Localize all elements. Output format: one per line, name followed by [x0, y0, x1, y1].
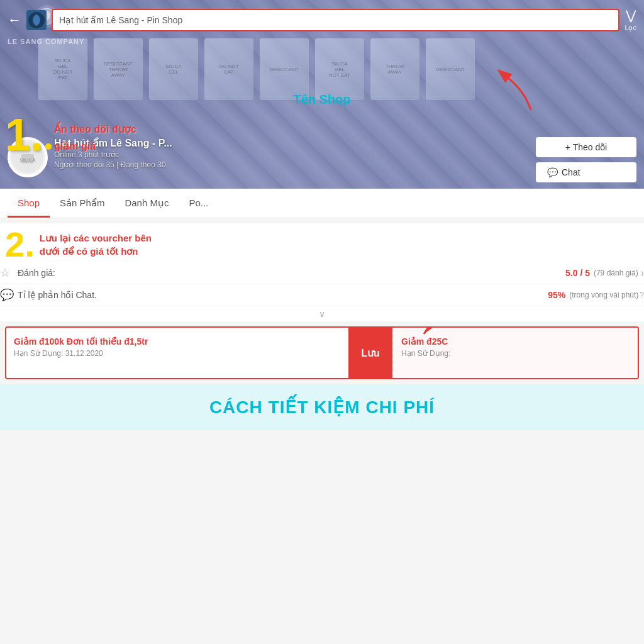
search-placeholder: Hạt hút ẩm Lê Sang - Pin Shop [59, 15, 182, 25]
tab-danh-muc[interactable]: Danh Mục [114, 189, 179, 218]
packet-5: DESICCANT [259, 38, 309, 101]
chat-icon: 💬 [547, 167, 558, 177]
tab-san-pham[interactable]: Sản Phẩm [50, 189, 114, 218]
packet-8: DESICCANT [425, 38, 475, 101]
app-container: ⌂ 🔒 shopee.vn/truongminhnh 3 ⋮ SILICAGEL… [0, 0, 644, 609]
voucher-save-button[interactable]: Lưu [348, 328, 392, 378]
chat-stat-icon: 💬 [0, 288, 18, 302]
help-icon: ? [640, 291, 644, 299]
packet-6: SILICAGELNOT EAT [314, 38, 365, 101]
nav-tabs: Shop Sản Phẩm Danh Mục Po... [0, 189, 644, 218]
rating-stat-row: ☆ Đánh giá: 5.0 / 5 (79 đánh giá) › [0, 262, 644, 284]
step2-text-block: Lưu lại các vourcher bên dưới để có giá … [40, 231, 152, 258]
expand-stats-button[interactable]: ∨ [0, 306, 644, 321]
voucher-arrow-svg [399, 326, 462, 340]
rating-label: Đánh giá: [18, 268, 565, 278]
tab-shop[interactable]: Shop [8, 189, 50, 218]
voucher-main: Giảm đ100k Đơn tối thiểu đ1,5tr Hạn Sử D… [6, 328, 348, 378]
packet-3: SILICAGEL [148, 38, 199, 101]
rating-value: 5.0 / 5 [565, 268, 590, 278]
chat-stat-label: Tỉ lệ phản hồi Chat. [18, 290, 548, 300]
packet-4: DO NOTEAT [204, 38, 254, 101]
step1-dot [45, 143, 52, 150]
back-button[interactable]: ← [8, 12, 21, 28]
filter-icon: ⋁ [626, 8, 636, 23]
chat-value: 95% [548, 290, 565, 300]
voucher1-title: Giảm đ100k Đơn tối thiểu đ1,5tr [14, 336, 341, 347]
packet-2: DESICCANTTHROWAWAY [93, 38, 143, 101]
stats-section: 2. Lưu lại các vourcher bên dưới để có g… [0, 223, 644, 321]
voucher1-expiry: Hạn Sử Dụng: 31.12.2020 [14, 349, 341, 358]
follow-button[interactable]: + Theo dõi [536, 137, 636, 157]
shop-search-input[interactable]: Hạt hút ẩm Lê Sang - Pin Shop [52, 9, 619, 31]
tab-danh-muc-label: Danh Mục [125, 197, 169, 208]
rating-arrow[interactable]: › [641, 267, 644, 279]
tab-san-pham-label: Sản Phẩm [60, 197, 104, 208]
shop-followers: Người theo dõi 35 | Đang theo 30 [54, 160, 530, 169]
rating-count: (79 đánh giá) [594, 269, 638, 277]
page-content: SILICAGELDO NOTEAT DESICCANTTHROWAWAY SI… [0, 0, 644, 609]
step2-text-2: dưới để có giá tốt hơn [40, 245, 152, 258]
voucher2-expiry: Hạn Sử Dụng: [401, 349, 630, 358]
chat-stat-row: 💬 Tỉ lệ phản hồi Chat. 95% (trong vòng v… [0, 284, 644, 306]
step2-text-1: Lưu lại các vourcher bên [40, 231, 152, 245]
shop-searchbar: ← Hạt hút ẩm Lê Sang - Pin Shop ⋁ Lọc [0, 8, 644, 32]
packet-1: SILICAGELDO NOTEAT [38, 38, 88, 101]
step1-number: 1. [5, 112, 43, 157]
step2-annotation: 2. Lưu lại các vourcher bên dưới để có g… [0, 223, 644, 262]
ten-shop-label: Tên Shop [293, 92, 350, 107]
tab-shop-label: Shop [18, 197, 40, 208]
tab-po-label: Po... [189, 197, 208, 208]
shop-logo-svg [28, 11, 45, 29]
step1-annotation: 1. Ấn theo dõi được giảm giá [5, 112, 136, 157]
filter-label: Lọc [625, 24, 636, 32]
tab-po[interactable]: Po... [179, 189, 218, 218]
shop-banner: SILICAGELDO NOTEAT DESICCANTTHROWAWAY SI… [0, 0, 644, 189]
filter-button[interactable]: ⋁ Lọc [625, 8, 636, 32]
step2-number: 2. [5, 227, 35, 262]
voucher-section: Giảm đ100k Đơn tối thiểu đ1,5tr Hạn Sử D… [5, 326, 639, 379]
step1-text-2: giảm giá [54, 140, 136, 152]
star-icon: ☆ [0, 266, 18, 280]
follow-arrow-svg [490, 66, 540, 116]
voucher-row: Giảm đ100k Đơn tối thiểu đ1,5tr Hạn Sử D… [6, 328, 638, 378]
shop-actions: + Theo dõi 💬 Chat [536, 137, 636, 182]
company-logo: LE SANG COMPANY [8, 38, 84, 45]
chat-button[interactable]: 💬 Chat [536, 162, 636, 182]
chat-label: Chat [562, 167, 580, 177]
step1-text-1: Ấn theo dõi được [54, 123, 136, 135]
shop-logo [26, 10, 47, 30]
bottom-banner: CÁCH TIẾT KIỆM CHI PHÍ [0, 384, 644, 430]
bottom-banner-text: CÁCH TIẾT KIỆM CHI PHÍ [13, 397, 631, 418]
packet-7: THROWAWAY [370, 38, 420, 101]
chat-detail: (trong vòng vài phút) [569, 291, 638, 299]
step1-text-block: Ấn theo dõi được giảm giá [54, 123, 136, 157]
